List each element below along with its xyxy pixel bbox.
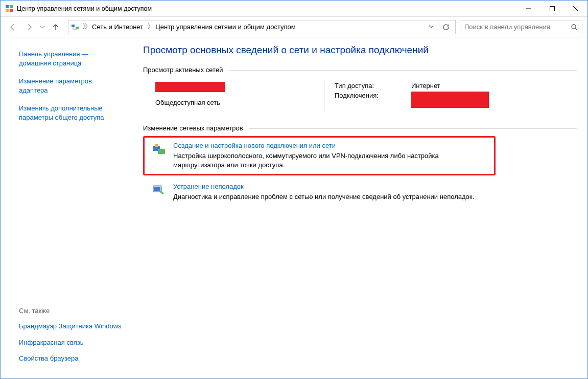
- breadcrumb-segment[interactable]: Центр управления сетями и общим доступом: [152, 23, 299, 31]
- svg-rect-16: [155, 144, 158, 147]
- search-icon[interactable]: [570, 24, 579, 31]
- new-connection-icon: [150, 142, 169, 157]
- troubleshoot-icon: [150, 183, 169, 197]
- svg-rect-8: [72, 25, 75, 27]
- network-name-redacted: [155, 82, 225, 92]
- svg-line-13: [575, 28, 577, 30]
- recent-dropdown[interactable]: [38, 20, 46, 34]
- option-new-connection-link[interactable]: Создание и настройка нового подключения …: [173, 142, 489, 149]
- option-new-connection-desc: Настройка широкополосного, коммутируемог…: [173, 151, 480, 170]
- sidebar-item-home[interactable]: Панель управления — домашняя страница: [19, 50, 122, 68]
- connections-label: Подключения:: [335, 92, 411, 108]
- option-troubleshoot-link[interactable]: Устранение неполадок: [173, 183, 490, 190]
- sidebar-item-infrared[interactable]: Инфракрасная связь: [19, 338, 122, 347]
- divider: [229, 70, 577, 71]
- address-bar[interactable]: Сеть и Интернет Центр управления сетями …: [68, 20, 456, 34]
- main-content: Просмотр основных сведений о сети и наст…: [131, 37, 587, 378]
- svg-rect-3: [10, 9, 13, 12]
- sidebar-item-advanced-sharing[interactable]: Изменить дополнительные параметры общего…: [19, 104, 122, 122]
- title-bar: Центр управления сетями и общим доступом: [1, 1, 587, 17]
- active-network-panel: Общедоступная сеть Тип доступа: Интернет…: [143, 82, 577, 110]
- search-input[interactable]: [464, 23, 570, 31]
- svg-rect-15: [158, 149, 165, 154]
- refresh-button[interactable]: [438, 20, 453, 34]
- up-button[interactable]: [49, 20, 63, 34]
- svg-rect-18: [154, 187, 160, 191]
- back-button[interactable]: [6, 20, 20, 34]
- connection-name-redacted[interactable]: [411, 92, 489, 108]
- minimize-button[interactable]: [517, 1, 540, 16]
- breadcrumb-root-chevron[interactable]: [82, 23, 89, 31]
- svg-rect-1: [10, 5, 13, 8]
- sidebar: Панель управления — домашняя страница Из…: [1, 37, 131, 378]
- divider: [249, 128, 577, 129]
- svg-rect-0: [6, 5, 9, 8]
- control-panel-icon: [5, 4, 14, 13]
- breadcrumb: Сеть и Интернет Центр управления сетями …: [89, 23, 427, 31]
- svg-rect-5: [550, 6, 555, 11]
- svg-point-12: [572, 25, 576, 29]
- maximize-button[interactable]: [540, 1, 564, 16]
- address-dropdown[interactable]: [427, 23, 436, 31]
- see-also-label: См. также: [19, 307, 122, 315]
- option-new-connection[interactable]: Создание и настройка нового подключения …: [143, 136, 496, 175]
- option-troubleshoot[interactable]: Устранение неполадок Диагностика и испра…: [143, 177, 496, 207]
- chevron-right-icon[interactable]: [146, 23, 152, 31]
- access-type-value: Интернет: [411, 82, 440, 90]
- network-type: Общедоступная сеть: [155, 99, 324, 106]
- active-networks-title: Просмотр активных сетей: [143, 66, 223, 74]
- option-troubleshoot-desc: Диагностика и исправление проблем с сеть…: [173, 192, 480, 202]
- window-title: Центр управления сетями и общим доступом: [17, 5, 517, 12]
- forward-button[interactable]: [22, 20, 36, 34]
- close-button[interactable]: [564, 1, 587, 16]
- network-sharing-icon: [70, 23, 80, 32]
- nav-bar: Сеть и Интернет Центр управления сетями …: [1, 17, 587, 37]
- search-box[interactable]: [461, 20, 582, 34]
- svg-rect-2: [6, 9, 9, 12]
- change-settings-title: Изменение сетевых параметров: [143, 124, 243, 132]
- sidebar-item-internet-options[interactable]: Свойства браузера: [19, 354, 122, 363]
- access-type-label: Тип доступа:: [335, 82, 411, 90]
- sidebar-item-firewall[interactable]: Брандмауэр Защитника Windows: [19, 322, 122, 331]
- sidebar-item-adapter-settings[interactable]: Изменение параметров адаптера: [19, 77, 122, 95]
- breadcrumb-segment[interactable]: Сеть и Интернет: [89, 23, 146, 31]
- page-heading: Просмотр основных сведений о сети и наст…: [143, 44, 577, 56]
- svg-rect-9: [76, 27, 79, 29]
